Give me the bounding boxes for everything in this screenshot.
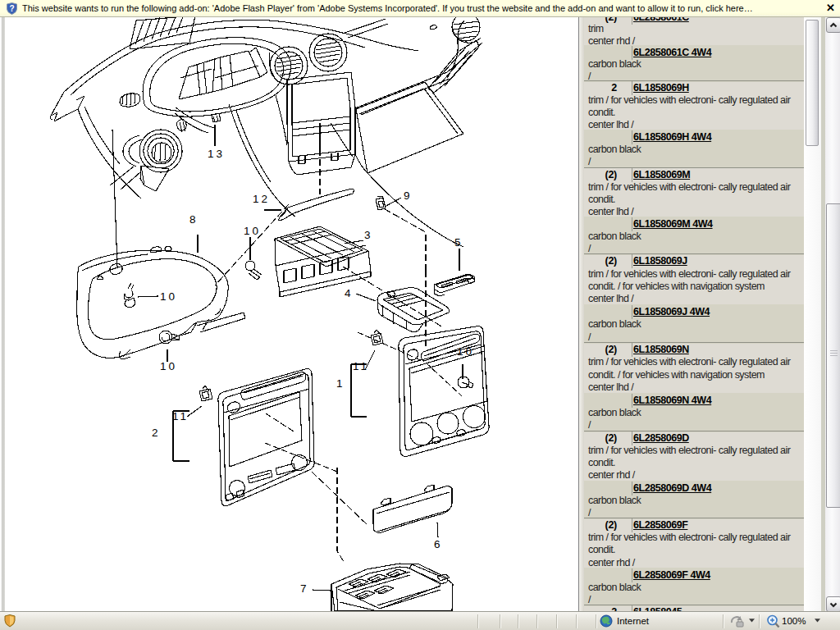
svg-text:7: 7 — [300, 582, 307, 595]
svg-text:8: 8 — [189, 213, 196, 226]
svg-text:6: 6 — [434, 538, 441, 550]
svg-text:10: 10 — [160, 290, 177, 303]
svg-text:9: 9 — [404, 189, 410, 202]
svg-text:13: 13 — [208, 148, 225, 160]
svg-text:?: ? — [9, 4, 14, 13]
svg-text:3: 3 — [364, 229, 371, 241]
svg-text:1: 1 — [336, 377, 343, 390]
svg-text:11: 11 — [172, 410, 189, 422]
svg-text:10: 10 — [244, 225, 261, 237]
svg-text:12: 12 — [253, 193, 270, 205]
svg-text:5: 5 — [454, 236, 461, 249]
svg-text:11: 11 — [353, 360, 369, 372]
svg-text:2: 2 — [152, 427, 158, 439]
svg-text:4: 4 — [345, 287, 351, 299]
svg-text:10: 10 — [160, 360, 177, 372]
svg-text:10: 10 — [457, 345, 474, 358]
